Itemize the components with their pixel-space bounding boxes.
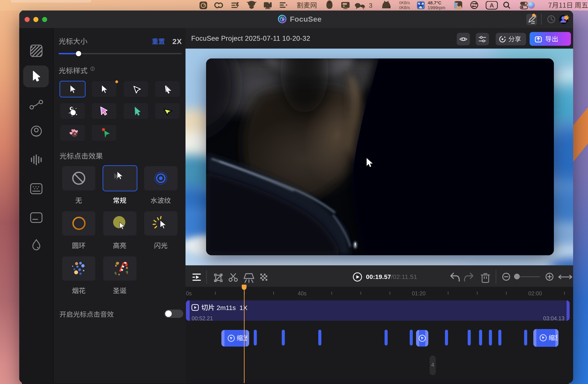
svg-text:A: A xyxy=(490,2,494,9)
svg-text:FocuSee: FocuSee xyxy=(290,15,322,23)
